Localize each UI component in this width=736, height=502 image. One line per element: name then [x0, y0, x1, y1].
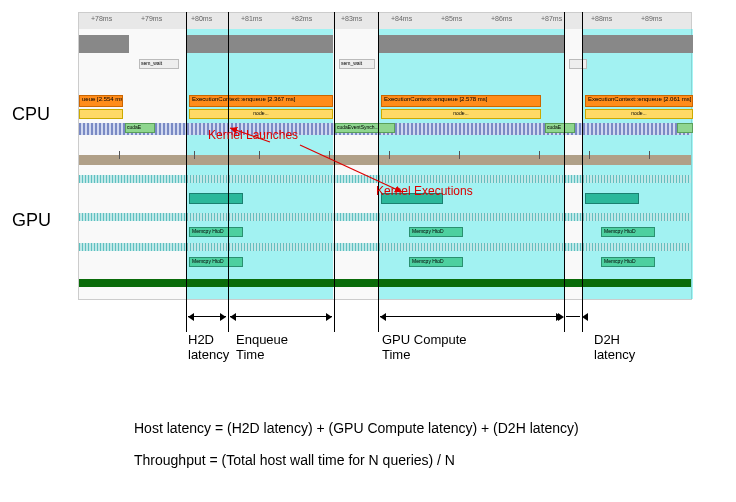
tick: +83ms	[341, 15, 362, 22]
gpu-bottom-row	[79, 279, 691, 287]
gpu-compute-label: GPU Compute Time	[382, 332, 467, 362]
tick: +80ms	[191, 15, 212, 22]
memcpy-bar: Memcpy HtoD	[189, 227, 243, 237]
cuda-bar	[677, 123, 693, 133]
tick: +87ms	[541, 15, 562, 22]
tick: +81ms	[241, 15, 262, 22]
tick: +84ms	[391, 15, 412, 22]
enqueue-bar: ExecutionContext::enqueue [2.061 ms]	[585, 95, 693, 107]
enqueue-arrow	[230, 316, 332, 317]
enqueue-label: Enqueue Time	[236, 332, 288, 362]
gpu-exec-block	[189, 193, 243, 204]
memcpy-bar: Memcpy HtoD	[409, 227, 463, 237]
guide-line	[228, 12, 229, 332]
sem-wait-box: sem_wait	[139, 59, 179, 69]
tick: +79ms	[141, 15, 162, 22]
d2h-label: D2H latency	[594, 332, 635, 362]
kernel-launches-label: Kernel Launches	[208, 128, 298, 142]
h2d-arrow	[188, 316, 226, 317]
guide-line	[378, 12, 379, 332]
gray-block	[583, 35, 693, 53]
d2h-arrow	[566, 316, 580, 317]
node-bar: node...	[189, 109, 333, 119]
formula-throughput: Throughput = (Total host wall time for N…	[134, 452, 455, 468]
gpu-stream-row	[79, 175, 691, 183]
cpu-label: CPU	[12, 104, 50, 125]
guide-line	[582, 12, 583, 332]
event-row	[79, 155, 691, 165]
tick: +88ms	[591, 15, 612, 22]
tick: +82ms	[291, 15, 312, 22]
tick: +78ms	[91, 15, 112, 22]
node-bar: node...	[585, 109, 693, 119]
guide-line	[186, 12, 187, 332]
cuda-sync-bar: cudaEventSynch...	[335, 123, 395, 133]
enqueue-bar: ExecutionContext::enqueue [2.367 ms]	[189, 95, 333, 107]
gpu-exec-block	[585, 193, 639, 204]
gray-block	[79, 35, 129, 53]
formula-latency: Host latency = (H2D latency) + (GPU Comp…	[134, 420, 579, 436]
profiler-timeline: +78ms +79ms +80ms +81ms +82ms +83ms +84m…	[78, 12, 692, 300]
tick: +89ms	[641, 15, 662, 22]
gray-block	[379, 35, 565, 53]
memcpy-bar: Memcpy HtoD	[601, 227, 655, 237]
gpu-stream-row-3	[79, 243, 691, 251]
node-bar	[79, 109, 123, 119]
h2d-label: H2D latency	[188, 332, 229, 362]
gpu-compute-arrow	[380, 316, 562, 317]
cuda-bar: cudaE	[545, 123, 575, 133]
sem-wait-box: sem_wait	[339, 59, 375, 69]
guide-line	[564, 12, 565, 332]
enqueue-bar: ExecutionContext::enqueue [2.578 ms]	[381, 95, 541, 107]
time-ruler: +78ms +79ms +80ms +81ms +82ms +83ms +84m…	[79, 13, 691, 29]
tick: +85ms	[441, 15, 462, 22]
enqueue-bar: ueue [2.554 ms]	[79, 95, 123, 107]
memcpy-bar: Memcpy HtoD	[409, 257, 463, 267]
kernel-executions-label: Kernel Executions	[376, 184, 473, 198]
memcpy-bar: Memcpy HtoD	[189, 257, 243, 267]
node-bar: node...	[381, 109, 541, 119]
gpu-stream-row-2	[79, 213, 691, 221]
gray-block	[187, 35, 333, 53]
cuda-bar: cudaE	[125, 123, 155, 133]
guide-line	[334, 12, 335, 332]
memcpy-bar: Memcpy HtoD	[601, 257, 655, 267]
gpu-label: GPU	[12, 210, 51, 231]
tick: +86ms	[491, 15, 512, 22]
sem-wait-box	[569, 59, 587, 69]
